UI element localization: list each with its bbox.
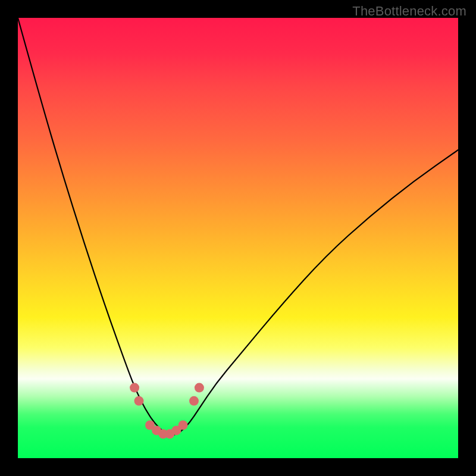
chart-frame: TheBottleneck.com [0, 0, 476, 476]
highlight-dot [189, 396, 199, 406]
plot-area [18, 18, 458, 458]
curve-layer [18, 18, 458, 458]
highlight-dots [130, 383, 204, 439]
highlight-dot [134, 396, 144, 406]
watermark-text: TheBottleneck.com [352, 4, 466, 19]
highlight-dot [195, 383, 204, 393]
bottleneck-curve [18, 18, 458, 435]
highlight-dot [130, 383, 139, 393]
highlight-dot [178, 421, 188, 430]
